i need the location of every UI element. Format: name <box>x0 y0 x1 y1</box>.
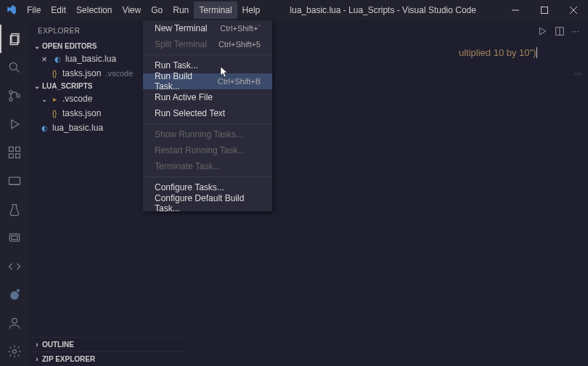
svg-point-22 <box>12 319 17 324</box>
menu-help[interactable]: Help <box>237 1 266 19</box>
menu-show-running: Show Running Tasks... <box>143 126 272 142</box>
menu-run-active-file[interactable]: Run Active File <box>143 89 272 105</box>
more-icon[interactable]: ··· <box>572 26 579 38</box>
folder-icon: ▸ <box>49 94 60 104</box>
close-button[interactable] <box>559 0 588 20</box>
lua-file-icon: ◐ <box>39 123 49 133</box>
window-title: lua_basic.lua - Lua_Scripts - Visual Stu… <box>265 5 501 15</box>
menu-terminate-task: Terminate Task... <box>143 158 272 174</box>
terminal-menu-dropdown: New TerminalCtrl+Shift+` Split TerminalC… <box>143 20 272 211</box>
close-icon[interactable]: × <box>39 54 49 65</box>
svg-rect-14 <box>9 154 14 158</box>
file-label: tasks.json <box>62 68 101 78</box>
menu-separator <box>143 54 272 55</box>
svg-point-6 <box>9 62 17 70</box>
file-label: lua_basic.lua <box>65 54 116 64</box>
menu-separator <box>143 176 272 177</box>
run-icon[interactable] <box>537 26 547 38</box>
menu-bar: File Edit Selection View Go Run Terminal… <box>22 1 265 19</box>
outline-section[interactable]: ›OUTLINE <box>29 337 187 351</box>
menu-selection[interactable]: Selection <box>71 1 117 19</box>
bookmark-icon[interactable] <box>0 224 29 252</box>
svg-point-23 <box>13 350 17 354</box>
mouse-cursor-icon <box>217 66 229 83</box>
menu-terminal[interactable]: Terminal <box>194 1 237 19</box>
menu-view[interactable]: View <box>117 1 146 19</box>
svg-rect-1 <box>542 7 548 14</box>
run-debug-icon[interactable] <box>0 110 29 139</box>
menu-go[interactable]: Go <box>146 1 168 19</box>
svg-rect-13 <box>16 147 20 152</box>
menu-split-terminal: Split TerminalCtrl+Shift+5 <box>143 36 272 52</box>
svg-marker-11 <box>12 120 19 129</box>
svg-rect-16 <box>9 177 20 184</box>
menu-run-build-task[interactable]: Run Build Task...Ctrl+Shift+B <box>143 73 272 89</box>
svg-marker-24 <box>539 28 545 34</box>
maximize-button[interactable] <box>530 0 559 20</box>
account-icon[interactable] <box>0 309 29 338</box>
title-bar: File Edit Selection View Go Run Terminal… <box>0 0 588 20</box>
svg-line-7 <box>17 69 20 72</box>
json-file-icon: {} <box>49 68 60 78</box>
settings-icon[interactable] <box>0 338 29 366</box>
svg-point-9 <box>9 98 12 101</box>
minimap[interactable] <box>573 73 582 76</box>
svg-rect-12 <box>9 147 14 152</box>
menu-restart-task: Restart Running Task... <box>143 142 272 158</box>
split-editor-icon[interactable] <box>555 26 565 38</box>
menu-separator <box>143 123 272 124</box>
lua-icon[interactable] <box>0 281 29 309</box>
menu-file[interactable]: File <box>22 1 46 19</box>
menu-edit[interactable]: Edit <box>46 1 71 19</box>
minimize-button[interactable] <box>501 0 530 20</box>
remote-icon[interactable] <box>0 167 29 195</box>
json-file-icon: {} <box>49 108 60 118</box>
source-control-icon[interactable] <box>0 81 29 110</box>
svg-point-21 <box>17 289 20 292</box>
vscode-logo-icon <box>6 4 17 16</box>
svg-rect-15 <box>16 154 20 158</box>
extensions-icon[interactable] <box>0 139 29 167</box>
lua-file-icon: ◐ <box>52 54 62 64</box>
menu-run-selected[interactable]: Run Selected Text <box>143 105 272 121</box>
file-label: tasks.json <box>62 108 101 118</box>
code-line: ultiplied 10 by 10") <box>459 47 537 58</box>
svg-point-8 <box>9 91 12 94</box>
testing-icon[interactable] <box>0 195 29 224</box>
code-icon[interactable] <box>0 252 29 280</box>
file-path-dim: .vscode <box>105 69 133 78</box>
folder-label: .vscode <box>62 94 92 104</box>
menu-new-terminal[interactable]: New TerminalCtrl+Shift+` <box>143 20 272 36</box>
svg-point-20 <box>10 291 19 300</box>
svg-point-10 <box>17 94 20 97</box>
activity-bar <box>0 20 29 366</box>
svg-rect-19 <box>12 235 17 239</box>
explorer-icon[interactable] <box>0 25 29 53</box>
zip-explorer-section[interactable]: ›ZIP EXPLORER <box>29 351 187 366</box>
menu-configure-default[interactable]: Configure Default Build Task... <box>143 195 272 211</box>
menu-run[interactable]: Run <box>168 1 194 19</box>
search-icon[interactable] <box>0 53 29 81</box>
file-label: lua_basic.lua <box>52 123 103 133</box>
